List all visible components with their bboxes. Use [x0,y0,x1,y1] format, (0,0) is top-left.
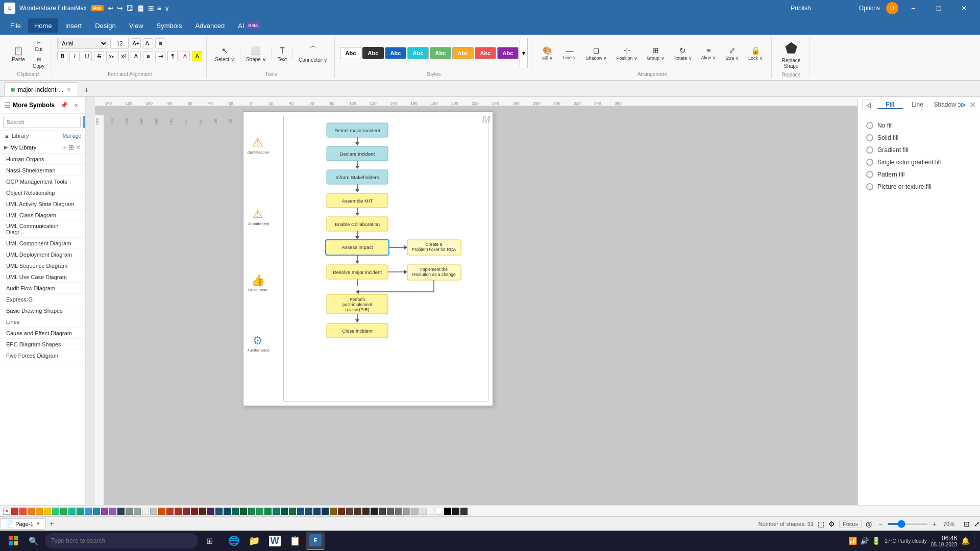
tab-shadow[interactable]: Shadow [932,101,958,109]
undo-btn[interactable]: ↩ [108,4,114,12]
swatch-20[interactable] [166,508,174,515]
strikethrough-btn[interactable]: S [94,51,104,61]
close-library-icon[interactable]: ✕ [76,143,81,151]
size-btn[interactable]: ⤢ Size ∨ [721,44,743,62]
bold-btn[interactable]: B [57,51,67,61]
settings-btn[interactable]: Options [859,5,880,12]
connector-tool[interactable]: ⌒ Connector ∨ [296,44,330,64]
underline-btn[interactable]: U [82,51,92,61]
expand-my-library[interactable]: ▶ [4,144,8,150]
group-btn[interactable]: ⊞ Group ∨ [643,44,669,62]
indent-btn[interactable]: ⇥ [155,51,165,61]
line-btn[interactable]: — Line ∨ [559,44,581,62]
manage-button[interactable]: Manage [63,133,81,139]
swatch-12[interactable] [101,508,108,515]
menu-home[interactable]: Home [28,18,58,33]
swatch-19[interactable] [158,508,165,515]
menu-design[interactable]: Design [89,18,121,33]
fill-solid[interactable]: Solid fill [864,132,974,144]
swatch-5[interactable] [44,508,51,515]
font-family[interactable]: Arial [57,38,108,49]
swatch-35[interactable] [289,508,296,515]
new-library-icon[interactable]: ⊞ [68,143,74,151]
lib-item-uml-activity[interactable]: UML Activity State Diagram ✕ [0,198,85,210]
swatch-17[interactable] [142,508,149,515]
close-btn[interactable]: ✕ [952,0,976,16]
add-library-icon[interactable]: + [63,143,67,151]
swatch-31[interactable] [256,508,263,515]
list-btn[interactable]: ≡ [143,51,153,61]
swatch-33[interactable] [273,508,280,515]
fill-picture-texture[interactable]: Picture or texture fill [864,181,974,193]
shadow-btn[interactable]: ◻ Shadow ∨ [581,44,611,62]
taskbar-task-view[interactable]: ⊞ [200,532,218,550]
swatch-2[interactable] [19,508,27,515]
pin-icon[interactable]: 📌 [59,100,69,110]
panel-expand-icon[interactable]: ≫ [958,100,966,110]
para-btn[interactable]: ¶ [167,51,178,61]
swatch-32[interactable] [264,508,272,515]
sidebar-close[interactable]: « [71,100,81,110]
lib-item-gcp[interactable]: GCP Management Tools ✕ [0,176,85,187]
replace-shape-btn[interactable]: ⬟ Replace Shape [777,38,806,71]
swatch-6[interactable] [52,508,59,515]
font-size-increase[interactable]: A+ [131,38,141,48]
style-6[interactable]: Abc [452,47,474,59]
swatch-50[interactable] [411,508,419,515]
swatch-7[interactable] [60,508,67,515]
swatch-22[interactable] [183,508,190,515]
swatch-45[interactable] [371,508,378,515]
swatch-34[interactable] [281,508,288,515]
zoom-slider[interactable] [887,523,928,525]
swatch-43[interactable] [354,508,361,515]
taskbar-search-btn[interactable]: 🔍 [24,532,43,550]
swatch-dark1[interactable] [452,508,459,515]
volume-icon[interactable]: 🔊 [860,537,869,545]
fill-no-fill[interactable]: No fill [864,119,974,132]
font-size-decrease[interactable]: A- [143,38,153,48]
italic-btn[interactable]: I [69,51,80,61]
swatch-51[interactable] [420,508,427,515]
maximize-btn[interactable]: □ [927,0,950,16]
zoom-in-icon[interactable]: + [930,519,939,529]
swatch-dark2[interactable] [460,508,468,515]
lib-item-uml-usecase[interactable]: UML Use Case Diagram ✕ [0,271,85,283]
minimize-btn[interactable]: − [901,0,925,16]
fill-single-color-gradient[interactable]: Single color gradient fill [864,156,974,168]
tab-close[interactable]: ✕ [66,86,71,93]
swatch-39[interactable] [322,508,329,515]
clipboard-paste[interactable]: 📋 Paste [8,44,29,64]
lib-item-uml-comp[interactable]: UML Component Diagram ✕ [0,238,85,249]
swatch-47[interactable] [387,508,394,515]
swatch-26[interactable] [215,508,223,515]
superscript-btn[interactable]: x² [118,51,129,61]
swatch-46[interactable] [379,508,386,515]
style-2[interactable]: Abc [362,47,384,59]
show-desktop-btn[interactable] [974,533,976,549]
swatch-25[interactable] [207,508,214,515]
swatch-1[interactable] [11,508,18,515]
fit-page-icon[interactable]: ⊡ [964,520,970,528]
panel-close-icon[interactable]: ✕ [969,100,976,110]
clipboard-copy[interactable]: ⊞Copy [30,55,47,70]
swatch-13[interactable] [109,508,116,515]
settings-icon[interactable]: ⚙ [828,520,835,528]
page-add-btn[interactable]: + [46,518,57,530]
more-text-btn[interactable]: A [131,51,141,61]
font-size-input[interactable] [110,38,129,49]
swatch-44[interactable] [362,508,370,515]
clipboard-cut[interactable]: ✂Cut [30,38,47,54]
focus-btn[interactable]: Focus [839,520,862,528]
font-color-btn[interactable]: A [180,51,190,61]
lib-item-uml-seq[interactable]: UML Sequence Diagram ✕ [0,260,85,271]
rotate-btn[interactable]: ↻ Rotate ∨ [670,44,696,62]
swatch-black[interactable] [444,508,451,515]
swatch-9[interactable] [77,508,84,515]
style-4[interactable]: Abc [407,47,429,59]
swatch-28[interactable] [232,508,239,515]
align-btn[interactable]: ≡ Align ∨ [697,44,721,62]
publish-button[interactable]: Publish [785,1,817,15]
redo-btn[interactable]: ↪ [117,4,123,12]
taskbar-edrawmax-active[interactable]: E [306,532,325,550]
lock-btn[interactable]: 🔒 Lock ∨ [744,44,767,62]
